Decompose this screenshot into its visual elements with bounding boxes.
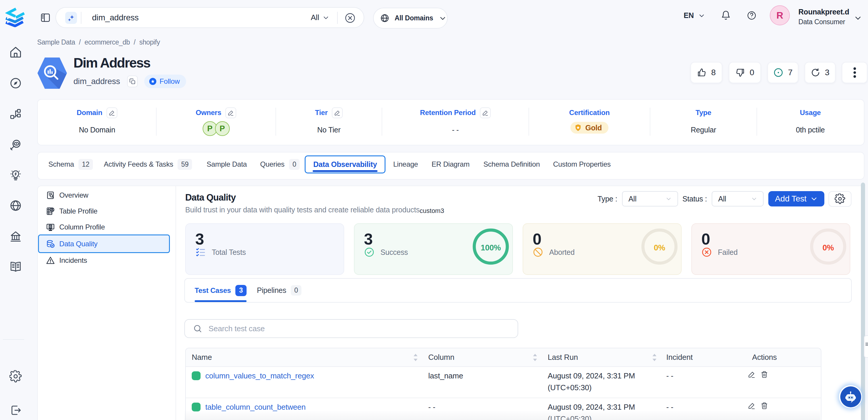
svg-text:0%: 0%	[823, 243, 834, 252]
svg-text:100%: 100%	[481, 243, 501, 252]
svg-text:0%: 0%	[654, 243, 665, 252]
